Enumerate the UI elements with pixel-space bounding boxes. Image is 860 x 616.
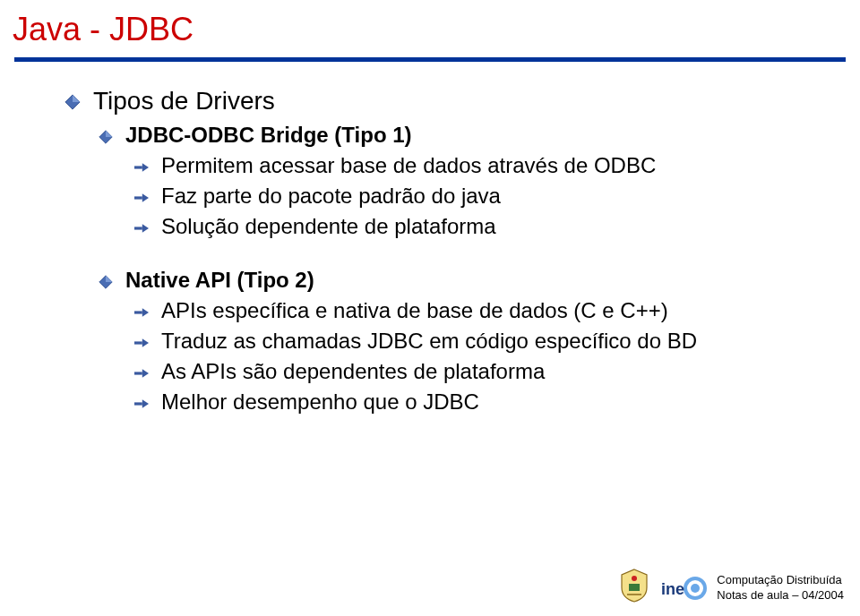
bullet-level2: Native API (Tipo 2) [64, 268, 860, 293]
bullet-text: Melhor desempenho que o JDBC [161, 389, 479, 415]
bullet-level3: As APIs são dependentes de plataforma [64, 359, 860, 384]
svg-rect-16 [134, 372, 142, 374]
diamond-bullet-icon [99, 275, 113, 289]
svg-rect-8 [134, 227, 142, 229]
bullet-text: Native API (Tipo 2) [125, 268, 314, 293]
slide-title: Java - JDBC [0, 0, 860, 48]
svg-rect-6 [134, 196, 142, 199]
slide-footer: ine Computação Distribuída Notas de aula… [618, 568, 844, 603]
svg-point-20 [632, 576, 637, 581]
bullet-level2: JDBC-ODBC Bridge (Tipo 1) [64, 123, 860, 148]
footer-line2: Notas de aula – 04/2004 [717, 587, 844, 603]
svg-rect-4 [134, 166, 142, 168]
svg-rect-12 [134, 311, 142, 313]
arrow-bullet-icon [134, 221, 149, 235]
svg-marker-17 [142, 369, 149, 378]
svg-marker-15 [142, 338, 149, 347]
bullet-text: APIs específica e nativa de base de dado… [161, 298, 668, 323]
ine-logo-icon: ine [659, 573, 708, 603]
slide-content: Tipos de Drivers JDBC-ODBC Bridge (Tipo … [0, 62, 860, 415]
bullet-text: Permitem acessar base de dados através d… [161, 153, 656, 178]
svg-marker-7 [142, 193, 149, 202]
arrow-bullet-icon [134, 305, 149, 320]
footer-line1: Computação Distribuída [717, 572, 844, 588]
bullet-level3: Traduz as chamadas JDBC em código especí… [64, 329, 860, 354]
arrow-bullet-icon [134, 336, 149, 350]
bullet-level3: Permitem acessar base de dados através d… [64, 153, 860, 178]
bullet-level1: Tipos de Drivers [64, 87, 860, 116]
university-crest-icon [618, 568, 650, 603]
bullet-text: As APIs são dependentes de plataforma [161, 359, 545, 384]
bullet-text: JDBC-ODBC Bridge (Tipo 1) [125, 123, 412, 148]
svg-point-24 [691, 584, 700, 593]
arrow-bullet-icon [134, 160, 149, 175]
bullet-text: Faz parte do pacote padrão do java [161, 184, 501, 209]
svg-rect-21 [629, 584, 640, 591]
bullet-text: Solução dependente de plataforma [161, 214, 496, 239]
svg-text:ine: ine [661, 580, 684, 598]
bullet-text: Tipos de Drivers [93, 87, 275, 116]
svg-rect-18 [134, 402, 142, 405]
svg-rect-14 [134, 341, 142, 344]
diamond-bullet-icon [99, 130, 113, 144]
arrow-bullet-icon [134, 397, 149, 411]
bullet-level3: APIs específica e nativa de base de dado… [64, 298, 860, 323]
bullet-level3: Solução dependente de plataforma [64, 214, 860, 239]
arrow-bullet-icon [134, 191, 149, 205]
footer-text: Computação Distribuída Notas de aula – 0… [717, 572, 844, 603]
diamond-bullet-icon [64, 94, 81, 110]
svg-marker-9 [142, 224, 149, 233]
svg-marker-19 [142, 399, 149, 408]
bullet-text: Traduz as chamadas JDBC em código especí… [161, 329, 697, 354]
bullet-level3: Faz parte do pacote padrão do java [64, 184, 860, 209]
arrow-bullet-icon [134, 366, 149, 381]
svg-marker-13 [142, 308, 149, 317]
svg-marker-5 [142, 163, 149, 172]
bullet-level3: Melhor desempenho que o JDBC [64, 389, 860, 415]
